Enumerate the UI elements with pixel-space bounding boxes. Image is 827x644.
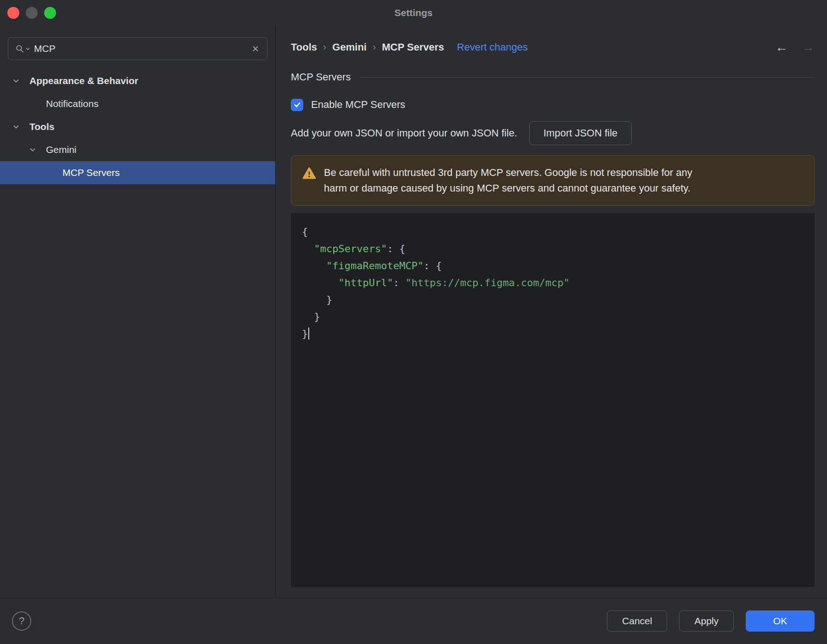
warning-text: Be careful with untrusted 3rd party MCP … xyxy=(324,165,692,196)
breadcrumb-item[interactable]: Tools xyxy=(291,41,317,53)
revert-changes-link[interactable]: Revert changes xyxy=(457,41,528,53)
section-header: MCP Servers xyxy=(291,68,815,86)
breadcrumb-separator-icon: › xyxy=(367,41,382,53)
search-input[interactable] xyxy=(34,43,247,54)
code-line: } xyxy=(302,308,804,325)
import-json-button[interactable]: Import JSON file xyxy=(529,121,632,145)
enable-mcp-checkbox[interactable] xyxy=(291,99,303,111)
tree-item-notifications[interactable]: Notifications xyxy=(0,92,275,115)
warning-icon xyxy=(302,167,316,181)
section-divider xyxy=(360,77,815,78)
window-title: Settings xyxy=(0,7,827,18)
footer-bar: ? Cancel Apply OK xyxy=(0,598,827,644)
tree-item-label: Gemini xyxy=(46,144,77,155)
titlebar: Settings xyxy=(0,0,827,25)
breadcrumb-items: Tools›Gemini›MCP Servers xyxy=(291,41,444,53)
cancel-button[interactable]: Cancel xyxy=(607,610,667,632)
tree-item-label: Notifications xyxy=(46,98,98,109)
ok-button[interactable]: OK xyxy=(746,610,815,632)
settings-tree: Appearance & BehaviorNotificationsToolsG… xyxy=(0,69,275,184)
minimize-window-button[interactable] xyxy=(26,7,38,19)
code-line: } xyxy=(302,291,804,308)
tree-item-label: MCP Servers xyxy=(62,167,119,178)
editor-content: { "mcpServers": { "figmaRemoteMCP": { "h… xyxy=(291,213,815,352)
import-hint-text: Add your own JSON or import your own JSO… xyxy=(291,127,517,139)
chevron-down-icon[interactable] xyxy=(12,123,29,131)
mcp-servers-panel: Tools›Gemini›MCP Servers Revert changes … xyxy=(276,25,827,598)
enable-mcp-row: Enable MCP Servers xyxy=(291,96,815,114)
chevron-down-icon[interactable] xyxy=(28,146,46,154)
breadcrumb-item[interactable]: Gemini xyxy=(332,41,367,53)
breadcrumb-item[interactable]: MCP Servers xyxy=(382,41,444,53)
settings-window: Settings ✕ Appearance & BehaviorNotifica… xyxy=(0,0,827,644)
breadcrumb-separator-icon: › xyxy=(317,41,332,53)
footer-buttons: Cancel Apply OK xyxy=(607,610,815,632)
tree-item-tools[interactable]: Tools xyxy=(0,115,275,138)
mcp-json-editor[interactable]: { "mcpServers": { "figmaRemoteMCP": { "h… xyxy=(291,213,815,587)
settings-sidebar: ✕ Appearance & BehaviorNotificationsTool… xyxy=(0,25,276,598)
warning-banner: Be careful with untrusted 3rd party MCP … xyxy=(291,155,815,206)
breadcrumb: Tools›Gemini›MCP Servers Revert changes … xyxy=(291,36,815,59)
section-title: MCP Servers xyxy=(291,71,351,83)
search-icon[interactable] xyxy=(15,44,30,53)
tree-item-label: Tools xyxy=(29,121,54,132)
tree-item-appearance-behavior[interactable]: Appearance & Behavior xyxy=(0,69,275,92)
help-button[interactable]: ? xyxy=(12,611,31,631)
code-line: { xyxy=(302,223,804,240)
tree-item-label: Appearance & Behavior xyxy=(29,75,138,86)
tree-item-mcp-servers[interactable]: MCP Servers xyxy=(0,161,275,184)
enable-mcp-label[interactable]: Enable MCP Servers xyxy=(311,99,405,111)
checkmark-icon xyxy=(293,101,301,109)
traffic-lights xyxy=(7,0,56,25)
back-icon[interactable]: ← xyxy=(775,40,788,55)
code-line: } xyxy=(302,325,804,342)
code-line: "figmaRemoteMCP": { xyxy=(302,257,804,274)
search-box[interactable]: ✕ xyxy=(8,37,267,60)
forward-icon[interactable]: → xyxy=(802,40,815,55)
apply-button[interactable]: Apply xyxy=(679,610,734,632)
search-options-chevron-icon xyxy=(26,47,30,51)
chevron-down-icon[interactable] xyxy=(12,77,29,85)
code-line: "mcpServers": { xyxy=(302,240,804,257)
zoom-window-button[interactable] xyxy=(44,7,56,19)
import-row: Add your own JSON or import your own JSO… xyxy=(291,121,815,145)
clear-search-icon[interactable]: ✕ xyxy=(251,44,260,54)
text-caret xyxy=(308,328,309,339)
tree-item-gemini[interactable]: Gemini xyxy=(0,138,275,161)
code-line: "httpUrl": "https://mcp.figma.com/mcp" xyxy=(302,274,804,291)
history-nav: ← → xyxy=(775,40,815,55)
close-window-button[interactable] xyxy=(7,7,19,19)
